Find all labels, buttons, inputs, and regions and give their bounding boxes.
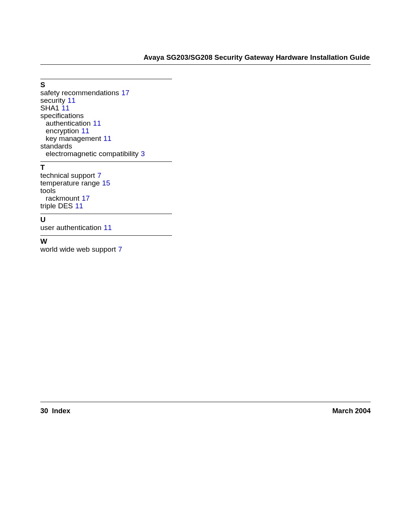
- index-entry: triple DES11: [40, 202, 175, 210]
- index-label: technical support: [40, 171, 95, 179]
- page-link[interactable]: 11: [93, 119, 101, 127]
- index-label: encryption: [46, 127, 79, 135]
- index-label: triple DES: [40, 202, 73, 210]
- page-link[interactable]: 11: [81, 127, 89, 135]
- running-header: Avaya SG203/SG208 Security Gateway Hardw…: [143, 53, 370, 62]
- index-subentry: electromagnetic compatibility3: [46, 150, 175, 158]
- footer-rule: [40, 402, 371, 402]
- index-entry: security11: [40, 97, 175, 104]
- section-rule: [40, 161, 172, 162]
- section-rule: [40, 214, 172, 214]
- index-label: safety recommendations: [40, 89, 119, 97]
- index-subentry: authentication11: [46, 120, 175, 127]
- header-rule: [40, 64, 371, 65]
- index-entry: SHA111: [40, 104, 175, 112]
- page-link[interactable]: 11: [75, 202, 83, 210]
- index-entry: user authentication11: [40, 224, 175, 232]
- page-number: 30: [40, 407, 48, 415]
- index-label: user authentication: [40, 224, 102, 232]
- index-entry: tools: [40, 187, 175, 195]
- index-label: world wide web support: [40, 245, 116, 253]
- index-label: key management: [46, 134, 101, 142]
- index-label: temperature range: [40, 179, 100, 187]
- page-link[interactable]: 7: [118, 245, 123, 253]
- section-name: Index: [52, 407, 70, 415]
- index-entry: technical support7: [40, 172, 175, 179]
- footer-left: 30Index: [40, 407, 70, 415]
- index-entry: specifications: [40, 112, 175, 120]
- section-heading-u: U: [40, 216, 175, 224]
- index-label: authentication: [46, 119, 91, 127]
- index-subentry: rackmount17: [46, 195, 175, 202]
- index-label: tools: [40, 187, 56, 195]
- page-link[interactable]: 11: [104, 134, 112, 142]
- index-subentry: encryption11: [46, 127, 175, 135]
- document-page: Avaya SG203/SG208 Security Gateway Hardw…: [0, 0, 411, 532]
- page-link[interactable]: 15: [102, 179, 110, 187]
- index-label: SHA1: [40, 104, 59, 112]
- index-column: S safety recommendations17 security11 SH…: [40, 79, 175, 253]
- page-link[interactable]: 11: [104, 224, 112, 232]
- section-heading-w: W: [40, 237, 175, 246]
- page-link[interactable]: 17: [121, 89, 129, 97]
- page-link[interactable]: 11: [67, 96, 75, 104]
- index-label: standards: [40, 142, 72, 150]
- index-entry: standards: [40, 142, 175, 150]
- page-link[interactable]: 17: [82, 194, 90, 202]
- index-entry: world wide web support7: [40, 246, 175, 253]
- page-link[interactable]: 11: [62, 104, 70, 112]
- index-label: security: [40, 96, 65, 104]
- section-heading-s: S: [40, 81, 175, 89]
- section-rule: [40, 79, 172, 79]
- index-entry: temperature range15: [40, 179, 175, 187]
- index-subentry: key management11: [46, 135, 175, 142]
- footer-date: March 2004: [332, 407, 371, 415]
- page-link[interactable]: 3: [141, 150, 145, 158]
- index-label: rackmount: [46, 194, 80, 202]
- page-link[interactable]: 7: [97, 171, 102, 179]
- index-label: electromagnetic compatibility: [46, 150, 139, 158]
- section-rule: [40, 235, 172, 236]
- section-heading-t: T: [40, 163, 175, 172]
- index-label: specifications: [40, 112, 84, 120]
- index-entry: safety recommendations17: [40, 89, 175, 97]
